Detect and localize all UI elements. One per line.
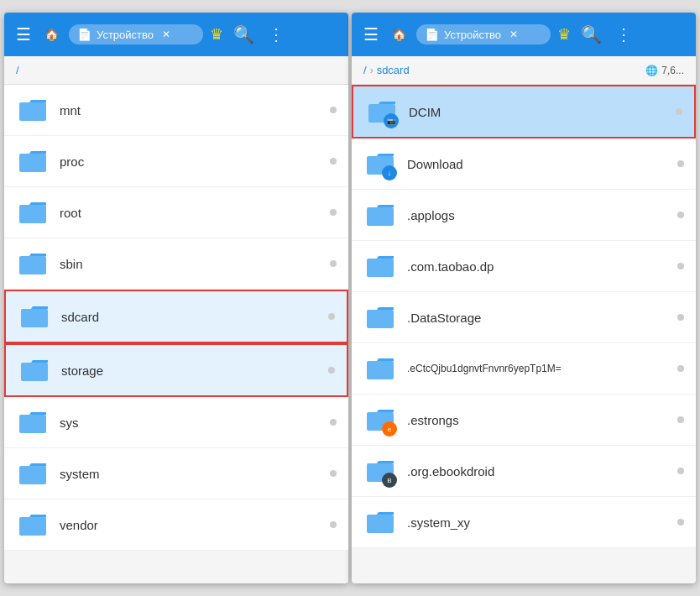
file-name: system	[60, 467, 330, 481]
list-item[interactable]: .DataStorage	[352, 292, 696, 343]
list-item[interactable]: .eCtcQjbu1dgnvtFnvnr6yepTp1M=	[352, 343, 696, 395]
estrongs-overlay-icon: e	[382, 421, 397, 437]
item-dot	[676, 108, 682, 115]
left-home-icon[interactable]: 🏠	[41, 24, 62, 44]
list-item[interactable]: .system_xy	[352, 497, 696, 548]
item-dot	[677, 416, 684, 423]
item-dot	[677, 160, 684, 167]
right-crown-icon: ♛	[557, 25, 571, 44]
item-dot	[677, 314, 684, 321]
folder-icon	[16, 247, 50, 280]
list-item[interactable]: .applogs	[352, 190, 696, 241]
svg-rect-17	[367, 515, 394, 533]
left-more-icon[interactable]: ⋮	[264, 21, 288, 48]
right-menu-icon[interactable]: ☰	[360, 21, 382, 48]
folder-icon	[16, 457, 50, 490]
right-home-icon[interactable]: 🏠	[389, 24, 410, 44]
right-tab-icon: 📄	[425, 28, 439, 41]
list-item[interactable]: mnt	[4, 85, 348, 136]
left-tab-icon: 📄	[77, 28, 91, 41]
storage-icon: 🌐	[645, 65, 658, 76]
right-tab[interactable]: 📄 Устройство ✕	[416, 24, 551, 44]
folder-icon	[16, 508, 50, 541]
item-dot	[677, 212, 684, 218]
list-item-storage[interactable]: storage	[4, 343, 348, 397]
file-name: sys	[60, 416, 330, 430]
right-search-icon[interactable]: 🔍	[577, 21, 605, 48]
right-panel: ☰ 🏠 📄 Устройство ✕ ♛ 🔍 ⋮ / › sdcard 🌐 7,…	[352, 13, 696, 583]
left-tab[interactable]: 📄 Устройство ✕	[69, 24, 203, 44]
left-breadcrumb-root[interactable]: /	[16, 64, 19, 76]
file-name: Download	[407, 157, 677, 171]
list-item-sdcard[interactable]: sdcard	[4, 290, 348, 343]
file-name: .org.ebookdroid	[407, 464, 677, 478]
list-item[interactable]: .com.taobao.dp	[352, 241, 696, 292]
svg-rect-7	[19, 466, 46, 484]
item-dot	[677, 519, 684, 525]
list-item[interactable]: sys	[4, 397, 348, 448]
folder-icon	[363, 249, 397, 283]
svg-rect-5	[21, 363, 48, 381]
folder-icon: e	[363, 403, 397, 437]
file-name: .applogs	[407, 208, 677, 222]
svg-rect-1	[19, 154, 46, 172]
right-topbar: ☰ 🏠 📄 Устройство ✕ ♛ 🔍 ⋮	[352, 13, 696, 56]
file-name: root	[60, 206, 330, 220]
right-tab-close[interactable]: ✕	[509, 29, 518, 40]
left-panel: ☰ 🏠 📄 Устройство ✕ ♛ 🔍 ⋮ / mnt proc	[4, 13, 348, 583]
folder-icon	[16, 405, 50, 439]
folder-icon: B	[363, 454, 397, 488]
left-breadcrumb: /	[4, 56, 348, 85]
storage-info: 🌐 7,6...	[645, 65, 684, 76]
folder-icon: 📷	[365, 95, 399, 128]
file-name: .system_xy	[407, 515, 677, 530]
list-item-download[interactable]: ↓ Download	[352, 139, 696, 190]
list-item-dcim[interactable]: 📷 DCIM	[352, 85, 696, 139]
svg-rect-13	[367, 310, 394, 328]
item-dot	[328, 367, 335, 374]
item-dot	[330, 419, 337, 426]
left-menu-icon[interactable]: ☰	[13, 21, 34, 48]
list-item[interactable]: root	[4, 187, 348, 238]
left-crown-icon: ♛	[210, 25, 223, 44]
item-dot	[330, 158, 337, 165]
right-breadcrumb-path[interactable]: sdcard	[377, 64, 410, 76]
right-breadcrumb-root[interactable]: /	[363, 64, 367, 76]
file-name: .com.taobao.dp	[407, 259, 677, 274]
file-name: sbin	[60, 257, 330, 271]
item-dot	[677, 365, 684, 372]
item-dot	[330, 521, 337, 528]
file-name: vendor	[60, 518, 330, 532]
right-more-icon[interactable]: ⋮	[612, 21, 635, 48]
book-overlay-icon: B	[382, 473, 397, 488]
folder-icon	[16, 144, 50, 178]
svg-rect-6	[19, 415, 46, 433]
folder-icon	[16, 93, 50, 127]
folder-icon	[363, 352, 397, 385]
file-name: .DataStorage	[407, 311, 677, 325]
svg-rect-12	[367, 259, 394, 277]
item-dot	[330, 209, 337, 216]
camera-overlay-icon: 📷	[384, 113, 399, 128]
list-item[interactable]: e .estrongs	[352, 395, 696, 446]
item-dot	[330, 107, 337, 113]
breadcrumb-sep: ›	[370, 65, 374, 76]
storage-text: 7,6...	[661, 65, 684, 76]
folder-icon: ↓	[363, 147, 397, 180]
folder-icon	[363, 198, 397, 232]
list-item[interactable]: proc	[4, 136, 348, 187]
list-item[interactable]: system	[4, 448, 348, 499]
left-tab-close[interactable]: ✕	[162, 29, 170, 40]
svg-rect-2	[19, 205, 46, 223]
download-overlay-icon: ↓	[382, 165, 397, 180]
item-dot	[330, 470, 337, 477]
svg-rect-14	[367, 361, 394, 379]
item-dot	[328, 313, 335, 320]
svg-rect-8	[19, 517, 46, 536]
list-item[interactable]: vendor	[4, 499, 348, 551]
list-item[interactable]: sbin	[4, 238, 348, 290]
left-file-list: mnt proc root sbin	[4, 85, 348, 583]
file-name: proc	[60, 154, 330, 169]
left-search-icon[interactable]: 🔍	[230, 21, 258, 48]
list-item[interactable]: B .org.ebookdroid	[352, 446, 696, 497]
